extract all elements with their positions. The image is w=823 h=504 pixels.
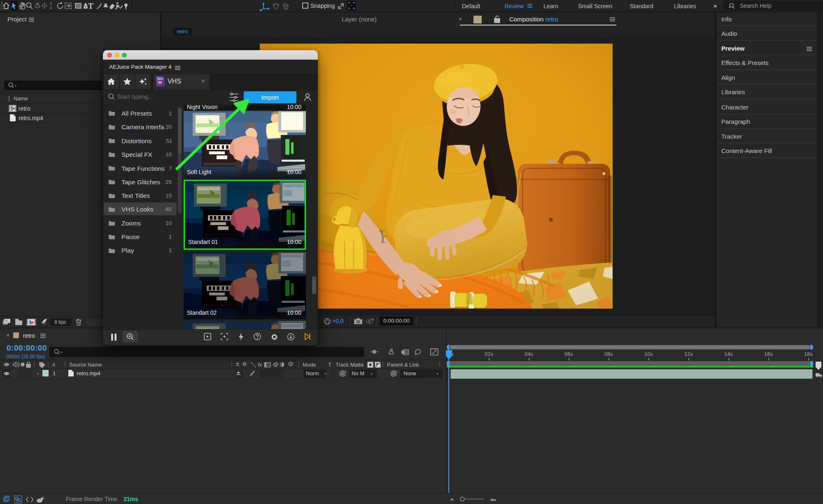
svg-text:Mode: Mode (303, 362, 316, 368)
svg-text:fx: fx (258, 362, 263, 368)
svg-text:#: # (52, 362, 56, 368)
svg-text:T: T (328, 362, 331, 368)
svg-text:8 bpc: 8 bpc (54, 319, 66, 325)
svg-text:VHS: VHS (158, 78, 163, 80)
svg-text:Snapping: Snapping (310, 2, 335, 9)
svg-text:Parent & Link: Parent & Link (387, 362, 420, 368)
svg-text:T: T (88, 2, 93, 10)
svg-text:Track Matte: Track Matte (336, 362, 364, 368)
svg-text:Source Name: Source Name (69, 362, 102, 368)
